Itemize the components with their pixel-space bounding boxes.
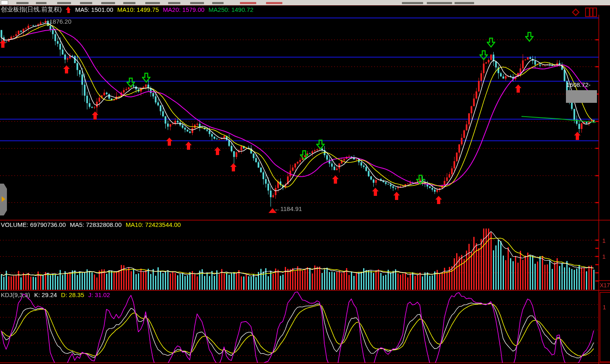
ma20-label: MA20: 1579.00: [163, 6, 204, 13]
low-marker-triangle: [268, 208, 277, 213]
menu-bar-divider: [0, 5, 610, 6]
buy-signal-arrow: [214, 147, 221, 155]
volume-pane-header: VOLUME: 69790736.00 MA5: 72832808.00 MA1…: [1, 221, 181, 228]
price-callout-box: [566, 90, 597, 103]
buy-signal-arrow: [92, 111, 98, 120]
sell-signal-arrow: [126, 78, 135, 89]
volume-ma5-label: MA5: 72832808.00: [70, 221, 122, 228]
kdj-d-label: D: 28.35: [61, 291, 84, 298]
buy-signal-arrow: [332, 175, 339, 184]
buy-signal-arrow: [185, 142, 192, 150]
chart-canvas[interactable]: [0, 0, 610, 364]
buy-signal-arrow: [435, 196, 442, 204]
buy-signal-arrow: [393, 192, 400, 200]
price-tag-label: 1608.72-: [566, 81, 590, 88]
buy-signal-arrow: [515, 84, 521, 93]
buy-signal-arrow: [372, 188, 379, 196]
expand-arrow-icon: [2, 196, 5, 202]
diamond-icon[interactable]: [570, 7, 581, 18]
kdj-indicator-label: KDJ(9,3,3): [1, 291, 30, 298]
kdj-j-label: J: 31.02: [88, 291, 110, 298]
ma250-label: MA250: 1490.72: [209, 6, 253, 13]
sell-signal-arrow: [316, 140, 325, 151]
sell-signal-arrow: [525, 32, 534, 44]
up-arrow-icon: [66, 7, 71, 13]
buy-signal-arrow: [574, 132, 581, 140]
kdj-pane-header: KDJ(9,3,3) K: 29.24 D: 28.35 J: 31.02: [1, 291, 110, 298]
low-price-annotation: ←1184.91: [274, 205, 302, 212]
volume-label: VOLUME: 69790736.00: [1, 221, 66, 228]
sell-signal-arrow: [142, 73, 151, 84]
sidebar-flyout-tab[interactable]: [0, 184, 7, 215]
kdj-k-label: K: 29.24: [34, 291, 57, 298]
sell-signal-arrow: [416, 175, 425, 186]
buy-signal-arrow: [166, 138, 173, 146]
volume-axis-label: 1: [602, 253, 606, 260]
buy-signal-arrow: [230, 163, 237, 171]
columns-icon[interactable]: [585, 7, 598, 18]
chart-corner-tools: [570, 7, 598, 18]
sell-signal-arrow: [479, 50, 488, 62]
sell-signal-arrow: [300, 150, 308, 162]
ma10-label: MA10: 1499.75: [118, 6, 159, 13]
menu-bar[interactable]: [0, 0, 610, 5]
buy-signal-arrow: [0, 40, 6, 48]
main-chart-header: 创业板指(日线.前复权) MA5: 1501.00 MA10: 1499.75 …: [1, 6, 253, 13]
ma5-label: MA5: 1501.00: [75, 6, 113, 13]
volume-axis-label: 1: [602, 237, 606, 244]
volume-ma10-label: MA10: 72423544.00: [126, 221, 181, 228]
window-icon[interactable]: [1, 0, 8, 5]
volume-unit-label: X17: [600, 282, 610, 289]
sell-signal-arrow: [487, 38, 495, 49]
trading-app-window: 创业板指(日线.前复权) MA5: 1501.00 MA10: 1499.75 …: [0, 0, 610, 364]
high-price-annotation: ~1876.20: [46, 18, 71, 25]
chart-title: 创业板指(日线.前复权): [1, 6, 62, 13]
kdj-axis-label: 1: [603, 304, 606, 311]
buy-signal-arrow: [63, 65, 70, 73]
